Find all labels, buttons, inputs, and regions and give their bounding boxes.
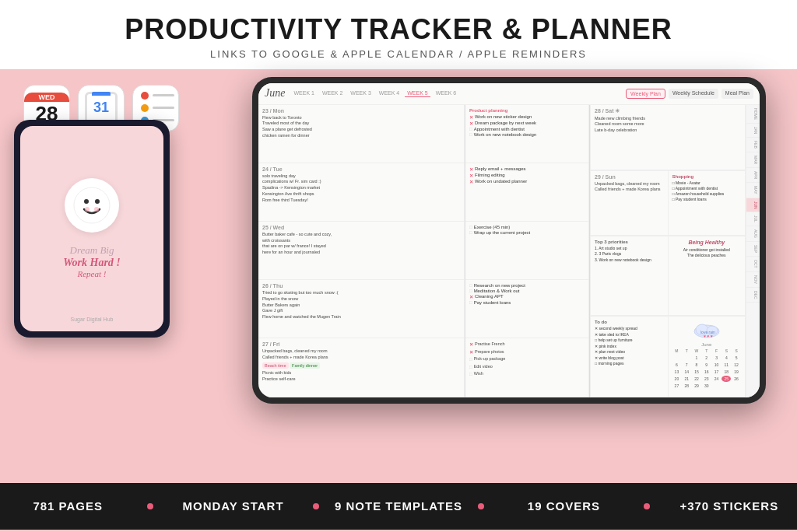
task-x-icon: ✕ [469, 166, 473, 172]
task-loans: □ Pay student loans [469, 300, 585, 305]
shopping-list: □ Movie - Avatar □ Appointment with dent… [672, 180, 742, 202]
product-planning-title: Product planning [469, 108, 585, 113]
sub-title: LINKS TO GOOGLE & APPLE CALENDAR / APPLE… [16, 48, 781, 60]
week-tab-5[interactable]: WEEK 5 [405, 89, 430, 97]
task-text: Research on new project [474, 283, 525, 288]
task-x-icon: ✕ [469, 341, 473, 348]
task-cell-tue: ✕ Reply email + messages ✕ Filming editi… [465, 163, 589, 222]
task-x-icon: ✕ [469, 173, 473, 178]
stat-pages: 781 PAGES [0, 499, 135, 513]
left-tablet: Dream Big Work Hard ! Repeat ! Sugar Dig… [14, 120, 170, 338]
task-filming: ✕ Filming editing [469, 173, 585, 178]
week-tab-2[interactable]: WEEK 2 [320, 89, 345, 97]
sidebar-tab-nov[interactable]: NOV [746, 272, 760, 288]
svg-point-0 [74, 187, 110, 223]
task-pickup: □ Pick-up package [469, 356, 585, 362]
reminder-line-1 [141, 92, 174, 100]
day-header-wed: 25 / Wed [262, 225, 460, 230]
stat-templates: 9 NOTE TEMPLATES [331, 499, 466, 513]
day-header-sat: 28 / Sat ☀ [595, 108, 741, 114]
planner-sidebar-tabs: HOME JAN FEB MAR APR MAY JUN JUL AUG SEP… [746, 105, 760, 397]
stat-pages-text: 781 PAGES [33, 499, 103, 513]
task-text: Filming editing [475, 173, 505, 177]
stat-covers: 19 COVERS [496, 499, 631, 513]
task-cell-wed: □ Exercise (45 min) □ Wrap up the curren… [465, 222, 589, 280]
task-text: Work on undated planner [475, 179, 527, 184]
sidebar-tab-aug[interactable]: AUG [746, 226, 760, 242]
work-hard: Work Hard ! [63, 257, 121, 269]
main-device: June WEEK 1 WEEK 2 WEEK 3 WEEK 4 WEEK 5 … [252, 77, 781, 411]
task-check-icon: □ [469, 132, 472, 137]
stat-monday-text: MONDAY START [183, 499, 284, 513]
day-content-mon: Flew back to Toronto Traveled most of th… [262, 115, 460, 139]
sidebar-tab-mar[interactable]: MAR [746, 152, 760, 168]
reminder-bar-1 [153, 94, 174, 96]
sidebar-tab-may[interactable]: MAY [746, 183, 760, 198]
healthy-title: Being Healthy [672, 240, 742, 245]
svg-point-3 [85, 207, 90, 212]
gcal-number: 31 [93, 100, 109, 116]
sidebar-tab-apr[interactable]: APR [746, 168, 760, 183]
mini-cal-title: June [672, 342, 742, 347]
task-text: Reply email + messages [475, 166, 526, 171]
week-tabs: WEEK 1 WEEK 2 WEEK 3 WEEK 4 WEEK 5 WEEK … [291, 89, 458, 97]
day-cell-fri: 27 / Fri Unpacked bags, cleaned my room … [258, 338, 465, 397]
day-content-wed: Butter baker cafe - so cute and cozy, wi… [262, 232, 460, 256]
sidebar-tab-feb[interactable]: FEB [746, 138, 760, 152]
week-tab-3[interactable]: WEEK 3 [348, 89, 373, 97]
task-text: Edit video [474, 364, 493, 370]
day-content-sun: Unpacked bags, cleaned my room Called fr… [595, 181, 664, 193]
task-x-icon: ✕ [469, 349, 473, 355]
beach-time-tag: Beach time [262, 362, 289, 369]
task-text: Cleaning APT [475, 294, 504, 299]
healthy-notes: Air conditioner got installed The delici… [672, 247, 742, 259]
day-content-fri: Unpacked bags, cleaned my room Called fr… [262, 348, 460, 382]
stats-bar: 781 PAGES MONDAY START 9 NOTE TEMPLATES … [0, 483, 797, 530]
sidebar-tab-oct[interactable]: OCT [746, 257, 760, 272]
task-planner: ✕ Work on undated planner [469, 179, 585, 184]
sidebar-tab-sep[interactable]: SEP [746, 242, 760, 257]
week-tab-4[interactable]: WEEK 4 [377, 89, 402, 97]
stat-stickers: +370 STICKERS [662, 499, 797, 513]
task-video: □ Edit video [469, 364, 585, 370]
planner-month: June [265, 87, 285, 100]
priorities-title: Top 3 priorities [595, 240, 664, 244]
planner-header: June WEEK 1 WEEK 2 WEEK 3 WEEK 4 WEEK 5 … [258, 83, 760, 105]
week-tab-1[interactable]: WEEK 1 [291, 89, 316, 97]
to-do-section: To do ✕ second weekly spread ✕ take sled… [591, 317, 669, 397]
task-notebook: □ Work on new notebook design [469, 132, 585, 137]
planner-grid-area: 23 / Mon Flew back to Toronto Traveled m… [258, 105, 746, 397]
meal-plan-btn[interactable]: Meal Plan [722, 89, 753, 99]
sidebar-tab-jun[interactable]: JUN [746, 198, 760, 213]
day-cell-wed: 25 / Wed Butter baker cafe - so cute and… [258, 222, 465, 280]
task-check-icon: □ [469, 364, 472, 370]
sidebar-tab-jan[interactable]: JAN [746, 124, 760, 138]
priorities-list: 1. Art studio set up 2. 3 Paris vlogs 3.… [595, 246, 664, 264]
sidebar-tab-jul[interactable]: JUL [746, 212, 760, 226]
days-column: 23 / Mon Flew back to Toronto Traveled m… [258, 105, 465, 397]
task-text: Exercise (45 min) [474, 225, 511, 229]
week-tab-6[interactable]: WEEK 6 [434, 89, 458, 97]
weekly-schedule-btn[interactable]: Weekly Schedule [669, 89, 718, 99]
task-text: Practise French [475, 341, 505, 348]
weekly-plan-btn[interactable]: Weekly Plan [626, 89, 665, 99]
day-cell-tue: 24 / Tue solo traveling day complication… [258, 163, 465, 222]
task-check-icon: □ [469, 230, 472, 235]
task-check-icon: □ [469, 371, 472, 377]
day-header-thu: 26 / Thu [262, 283, 460, 289]
task-x-icon: ✕ [469, 294, 473, 299]
family-dinner-tag: Family dinner [290, 362, 320, 369]
day-header-tue: 24 / Tue [262, 166, 460, 172]
task-text: Pick-up package [474, 356, 506, 362]
mini-calendar-section: love rain ♥ ♥ ♥ June M [669, 317, 746, 397]
task-text: Meditation & Work out [474, 289, 520, 293]
task-check-icon: □ [469, 283, 472, 288]
task-check-icon: □ [469, 289, 472, 293]
stat-covers-text: 19 COVERS [528, 499, 600, 513]
sidebar-tab-home[interactable]: HOME [746, 105, 760, 124]
sidebar-tab-dec[interactable]: DEC [746, 288, 760, 303]
pink-area: WED 28 31 [0, 69, 797, 483]
motivational-text: Dream Big Work Hard ! Repeat ! [63, 244, 121, 278]
svg-point-1 [84, 199, 89, 204]
task-photos: ✕ Prepare photos [469, 349, 585, 355]
